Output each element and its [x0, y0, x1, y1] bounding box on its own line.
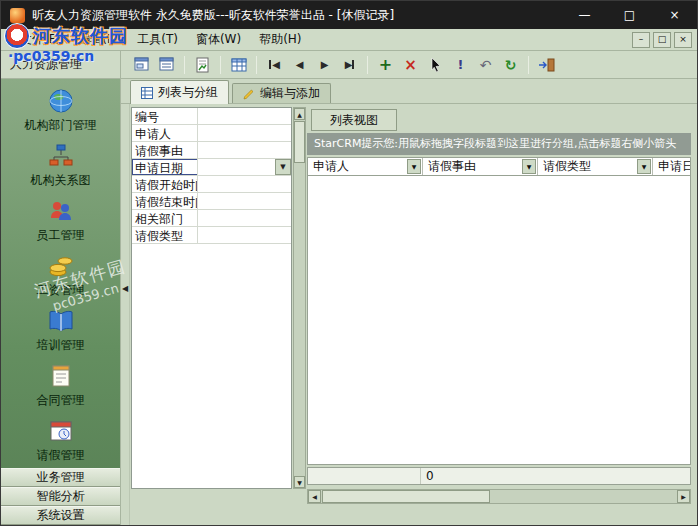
- date-combo-value[interactable]: [198, 159, 275, 175]
- select-cursor-button[interactable]: [423, 53, 448, 76]
- mdi-minimize-button[interactable]: –: [632, 32, 650, 48]
- scroll-thumb[interactable]: [294, 121, 305, 163]
- chevron-down-icon: ▼: [412, 163, 417, 170]
- report-export-button[interactable]: [190, 53, 215, 76]
- sidebar-group-settings[interactable]: 系统设置: [1, 506, 120, 525]
- field-value-cell[interactable]: [198, 142, 291, 158]
- form-row: 请假事由: [132, 142, 291, 159]
- sidebar: 机构部门管理 机构关系图 员工管理: [1, 79, 121, 525]
- column-header-leave-type[interactable]: 请假类型 ▼: [538, 158, 653, 175]
- field-value-cell[interactable]: ▼: [198, 159, 291, 175]
- sidebar-item-contracts[interactable]: 合同管理: [1, 358, 120, 413]
- delete-record-button[interactable]: ×: [398, 53, 423, 76]
- field-label: 请假开始时间: [132, 176, 198, 192]
- column-header-apply-date[interactable]: 申请日期: [653, 158, 690, 175]
- minimize-button[interactable]: —: [562, 1, 607, 29]
- column-header-applicant[interactable]: 申请人 ▼: [308, 158, 423, 175]
- tab-label: 编辑与添加: [260, 85, 320, 102]
- tab-edit-and-add[interactable]: 编辑与添加: [232, 83, 331, 103]
- sidebar-item-training[interactable]: 培训管理: [1, 303, 120, 358]
- field-value-cell[interactable]: [198, 210, 291, 226]
- sidebar-item-employees[interactable]: 员工管理: [1, 193, 120, 248]
- date-combo[interactable]: ▼: [198, 159, 291, 175]
- next-record-icon: ▶: [321, 59, 329, 70]
- menu-file[interactable]: 文件(F): [11, 29, 69, 50]
- menu-tools[interactable]: 工具(T): [128, 29, 187, 50]
- card-layout-button[interactable]: [154, 53, 179, 76]
- field-label: 请假事由: [132, 142, 198, 158]
- sidebar-group-business[interactable]: 业务管理: [1, 468, 120, 487]
- table-grid-icon: [231, 58, 247, 72]
- mdi-close-button[interactable]: ×: [674, 32, 692, 48]
- toolbar-separator: [367, 56, 368, 74]
- list-body[interactable]: [307, 176, 691, 465]
- mdi-window-controls: – □ ×: [632, 32, 697, 48]
- add-record-button[interactable]: +: [373, 53, 398, 76]
- sidebar-item-label: 机构关系图: [31, 172, 91, 189]
- field-value-cell[interactable]: [198, 176, 291, 192]
- sidebar-group-label: 智能分析: [37, 488, 85, 505]
- record-count: 0: [421, 469, 434, 483]
- sidebar-splitter[interactable]: ◀: [121, 104, 130, 525]
- field-label: 申请人: [132, 125, 198, 141]
- column-filter-button[interactable]: ▼: [407, 159, 421, 174]
- sidebar-item-salary[interactable]: 工资管理: [1, 248, 120, 303]
- exit-button[interactable]: [534, 53, 559, 76]
- combo-dropdown-button[interactable]: ▼: [275, 159, 291, 175]
- maximize-button[interactable]: □: [607, 1, 652, 29]
- prev-record-icon: ◀: [296, 59, 304, 70]
- training-icon: [47, 308, 75, 334]
- menu-window[interactable]: 窗体(W): [187, 29, 250, 50]
- refresh-button[interactable]: ↻: [498, 53, 523, 76]
- chevron-down-icon: ▼: [280, 163, 285, 171]
- sidebar-group-analysis[interactable]: 智能分析: [1, 487, 120, 506]
- list-horizontal-scrollbar[interactable]: ◀ ▶: [307, 489, 691, 504]
- scroll-up-button[interactable]: ▲: [294, 108, 305, 120]
- scroll-right-button[interactable]: ▶: [677, 490, 690, 503]
- refresh-icon: ↻: [505, 57, 517, 73]
- mdi-restore-button[interactable]: □: [653, 32, 671, 48]
- column-header-reason[interactable]: 请假事由 ▼: [423, 158, 538, 175]
- scroll-down-button[interactable]: ▼: [294, 476, 305, 488]
- close-button[interactable]: ×: [652, 1, 697, 29]
- sidebar-item-org-chart[interactable]: 机构关系图: [1, 138, 120, 193]
- contract-icon: [47, 363, 75, 389]
- field-value-cell[interactable]: [198, 125, 291, 141]
- collapse-arrow-icon[interactable]: ◀: [122, 284, 128, 293]
- leave-icon: [47, 418, 75, 444]
- field-value-cell[interactable]: [198, 108, 291, 124]
- scroll-left-button[interactable]: ◀: [308, 490, 321, 503]
- sidebar-item-label: 培训管理: [37, 337, 85, 354]
- scroll-thumb[interactable]: [322, 490, 490, 503]
- form-row: 申请人: [132, 125, 291, 142]
- first-record-button[interactable]: ◀: [262, 53, 287, 76]
- column-filter-button[interactable]: ▼: [522, 159, 536, 174]
- table-grid-button[interactable]: [226, 53, 251, 76]
- listview-tab[interactable]: 列表视图: [311, 109, 397, 131]
- menu-help[interactable]: 帮助(H): [250, 29, 310, 50]
- title-bar: 昕友人力资源管理软件 永久免费版---昕友软件荣誉出品 - [休假记录] — □…: [1, 1, 697, 29]
- tab-list-and-group[interactable]: 列表与分组: [130, 80, 229, 104]
- sidebar-item-leave[interactable]: 请假管理: [1, 413, 120, 468]
- field-value-cell[interactable]: [198, 193, 291, 209]
- sidebar-title: 人力资源管理: [10, 56, 82, 73]
- footer-cell: [308, 468, 421, 484]
- form-row-selected: 申请日期 ▼: [132, 159, 291, 176]
- form-layout-button[interactable]: [129, 53, 154, 76]
- undo-button[interactable]: ↶: [473, 53, 498, 76]
- last-record-button[interactable]: ▶: [337, 53, 362, 76]
- column-filter-button[interactable]: ▼: [637, 159, 651, 174]
- field-label: 请假类型: [132, 227, 198, 243]
- validate-button[interactable]: !: [448, 53, 473, 76]
- toolbar-separator: [528, 56, 529, 74]
- list-header-row: 申请人 ▼ 请假事由 ▼ 请假类型 ▼ 申请日期: [307, 157, 691, 176]
- form-layout-icon: [134, 57, 150, 72]
- prev-record-button[interactable]: ◀: [287, 53, 312, 76]
- field-value-cell[interactable]: [198, 227, 291, 243]
- list-footer: 0: [307, 467, 691, 485]
- menu-edit[interactable]: 编辑(E): [69, 29, 128, 50]
- form-vertical-scrollbar[interactable]: ▲ ▼: [293, 107, 306, 489]
- next-record-button[interactable]: ▶: [312, 53, 337, 76]
- list-grid-icon: [141, 87, 153, 99]
- sidebar-item-org-departments[interactable]: 机构部门管理: [1, 83, 120, 138]
